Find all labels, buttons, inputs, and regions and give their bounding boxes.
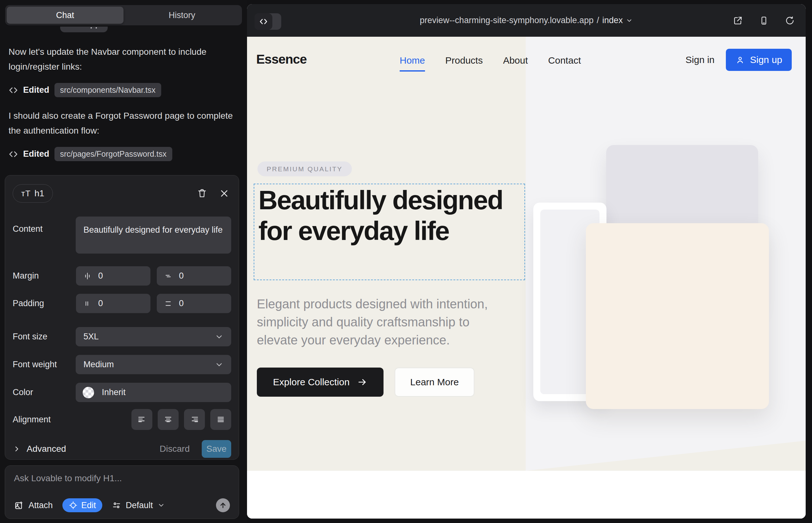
open-external-button[interactable] (731, 14, 745, 28)
refresh-button[interactable] (783, 14, 797, 28)
font-weight-value: Medium (83, 360, 215, 369)
edited-file-row: Edited src/components/Navbar.tsx (8, 83, 161, 97)
hero-section: Essence Home Products About Contact Sign… (247, 37, 806, 471)
font-weight-label: Font weight (13, 360, 76, 369)
code-icon (8, 86, 18, 95)
font-weight-select[interactable]: Medium (76, 355, 231, 374)
content-label: Content (13, 217, 76, 234)
nav-link-products[interactable]: Products (445, 55, 483, 72)
margin-label: Margin (13, 271, 76, 281)
chevron-down-icon (215, 332, 224, 341)
padding-x-value[interactable] (98, 299, 117, 308)
site-navbar: Essence Home Products About Contact Sign… (247, 37, 806, 84)
align-right-button[interactable] (184, 409, 205, 430)
margin-x-input[interactable] (76, 266, 151, 286)
premium-quality-badge: PREMIUM QUALITY (258, 161, 352, 176)
chevron-down-icon (215, 360, 224, 369)
nav-link-about[interactable]: About (503, 55, 528, 72)
tab-history[interactable]: History (124, 7, 240, 24)
trash-icon (197, 188, 207, 198)
padding-label: Padding (13, 299, 76, 308)
chat-message: Now let's update the Navbar component to… (8, 44, 233, 74)
color-swatch-icon (83, 387, 94, 398)
element-editor-panel: тT h1 Content Beautifully designed for e… (5, 175, 239, 460)
edit-mode-button[interactable]: Edit (63, 498, 103, 512)
decor-card-cream (586, 223, 769, 409)
align-right-icon (189, 414, 200, 425)
padding-y-input[interactable] (157, 294, 231, 313)
edited-label: Edited (23, 149, 49, 159)
content-textarea[interactable]: Beautifully designed for everyday life (76, 217, 231, 254)
color-value: Inherit (102, 387, 125, 397)
close-editor-button[interactable] (217, 186, 231, 200)
send-button[interactable] (216, 498, 230, 512)
edit-label: Edit (82, 501, 96, 510)
nav-link-contact[interactable]: Contact (548, 55, 581, 72)
preview-window: preview--charming-site-symphony.lovable.… (247, 4, 806, 519)
align-justify-button[interactable] (210, 409, 231, 430)
hero-heading[interactable]: Beautifully designed for everyday life (259, 185, 525, 246)
file-chip[interactable]: src/components/Navbar.tsx (54, 83, 161, 97)
font-size-label: Font size (13, 332, 76, 342)
color-picker[interactable]: Inherit (76, 383, 231, 402)
sign-up-button[interactable]: Sign up (726, 49, 792, 71)
url-separator: / (597, 16, 599, 25)
advanced-toggle[interactable]: Advanced (13, 444, 66, 454)
chevron-right-icon (13, 445, 21, 453)
alignment-label: Alignment (13, 415, 76, 425)
typography-icon: тT (21, 189, 31, 198)
default-mode-button[interactable]: Default (112, 501, 165, 510)
external-link-icon (733, 16, 743, 26)
align-center-button[interactable] (158, 409, 179, 430)
sign-up-label: Sign up (750, 54, 782, 65)
margin-x-value[interactable] (98, 271, 117, 281)
margin-y-value[interactable] (179, 271, 198, 281)
user-icon (735, 55, 745, 65)
font-size-select[interactable]: 5XL (76, 327, 231, 346)
arrow-up-icon (219, 501, 227, 509)
delete-element-button[interactable] (195, 186, 209, 200)
learn-more-button[interactable]: Learn More (394, 367, 474, 397)
mobile-view-button[interactable] (757, 14, 771, 28)
preview-url-bar[interactable]: preview--charming-site-symphony.lovable.… (420, 16, 633, 25)
scrolled-chip-fragment (60, 26, 108, 32)
sliders-icon (112, 501, 121, 510)
attach-button[interactable]: Attach (14, 500, 53, 510)
hero-description: Elegant products designed with intention… (257, 295, 513, 349)
chat-history-tabs: Chat History (5, 5, 242, 25)
sign-in-link[interactable]: Sign in (686, 54, 715, 65)
discard-button[interactable]: Discard (160, 444, 190, 454)
padding-y-value[interactable] (179, 299, 198, 308)
color-label: Color (13, 387, 76, 397)
site-logo[interactable]: Essence (256, 52, 306, 67)
font-size-value: 5XL (83, 332, 215, 342)
default-label: Default (126, 501, 153, 510)
align-left-icon (137, 414, 147, 425)
code-icon (259, 17, 268, 26)
chevron-down-icon (626, 17, 633, 24)
selected-element-tag[interactable]: тT h1 (13, 184, 53, 203)
edited-label: Edited (23, 85, 49, 95)
margin-vertical-icon (164, 272, 173, 281)
code-view-toggle[interactable] (254, 13, 281, 30)
target-icon (69, 501, 77, 510)
lovable-sidebar: Chat History Now let's update the Navbar… (0, 0, 247, 523)
align-justify-icon (215, 414, 226, 425)
refresh-icon (785, 16, 795, 25)
save-button[interactable]: Save (202, 440, 231, 458)
align-left-button[interactable] (131, 409, 152, 430)
file-chip[interactable]: src/pages/ForgotPassword.tsx (54, 147, 172, 161)
chat-message: I should also create a Forgot Password p… (8, 108, 233, 138)
chevron-down-icon (157, 502, 165, 509)
tab-chat[interactable]: Chat (7, 7, 124, 24)
nav-link-home[interactable]: Home (400, 55, 425, 72)
margin-y-input[interactable] (157, 266, 231, 286)
close-icon (219, 189, 229, 198)
explore-collection-button[interactable]: Explore Collection (257, 367, 384, 397)
padding-x-input[interactable] (76, 294, 151, 313)
arrow-right-icon (357, 377, 367, 387)
mobile-device-icon (759, 16, 769, 25)
padding-vertical-icon (164, 299, 173, 308)
explore-collection-label: Explore Collection (273, 377, 350, 387)
chat-input[interactable] (14, 473, 230, 490)
